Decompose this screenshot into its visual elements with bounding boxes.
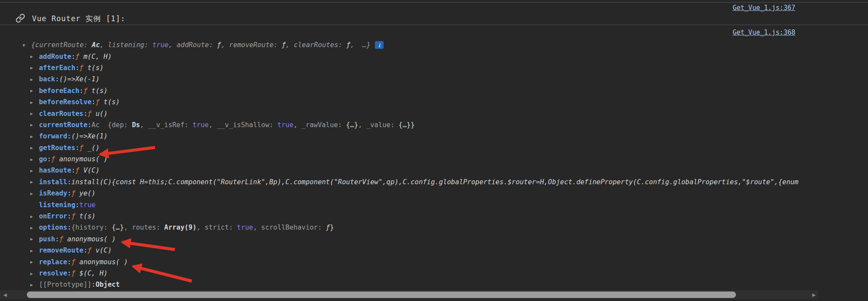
tree-row-root[interactable]: ▼{currentRoute: Ac, listening: true, add… — [0, 39, 868, 51]
property-name: removeRoute — [39, 247, 84, 254]
collapsed-caret-icon[interactable]: ▶ — [30, 54, 39, 59]
tree-row-removeRoute[interactable]: ▶removeRoute: ƒ v(C) — [0, 245, 868, 256]
collapsed-caret-icon[interactable]: ▶ — [30, 271, 39, 276]
collapsed-caret-icon[interactable]: ▶ — [30, 65, 39, 70]
object-tree: ▼{currentRoute: Ac, listening: true, add… — [0, 39, 868, 291]
colon: : — [75, 144, 79, 152]
collapsed-caret-icon[interactable]: ▶ — [30, 214, 39, 219]
tree-row-replace[interactable]: ▶replace: ƒ anonymous( ) — [0, 256, 868, 267]
property-name: replace — [39, 258, 67, 266]
collapsed-caret-icon[interactable]: ▶ — [30, 237, 39, 241]
value-token: , _value: — [358, 121, 398, 129]
value-token: {currentRoute: — [31, 41, 92, 49]
property-name: clearRoutes — [39, 110, 84, 118]
collapsed-caret-icon[interactable]: ▶ — [30, 111, 39, 116]
value-token: Ac — [92, 41, 100, 49]
value-token: ƒ — [75, 53, 84, 61]
tree-row-Prototype[interactable]: ▶[[Prototype]]: Object — [0, 279, 868, 290]
value-token: ƒ — [326, 224, 330, 231]
collapsed-caret-icon[interactable]: ▶ — [30, 259, 39, 264]
value-token: ƒ — [217, 41, 221, 49]
value-token: , __v_isRef: — [140, 121, 192, 129]
colon: : — [75, 64, 79, 72]
scroll-right-icon[interactable]: ▶ — [812, 290, 816, 299]
value-token: Ds — [132, 121, 140, 129]
collapsed-caret-icon[interactable]: ▶ — [30, 191, 39, 196]
collapsed-caret-icon[interactable]: ▶ — [30, 168, 39, 173]
value-token: ƒ — [87, 247, 96, 254]
info-icon[interactable]: i — [375, 41, 384, 49]
collapsed-caret-icon[interactable]: ▶ — [30, 88, 39, 93]
property-name: hasRoute — [39, 167, 71, 174]
value-token: t(s) — [79, 212, 95, 220]
value-token: t(s) — [103, 98, 119, 106]
tree-row-beforeEach[interactable]: ▶beforeEach: ƒ t(s) — [0, 85, 868, 96]
expanded-caret-icon[interactable]: ▼ — [23, 43, 31, 48]
collapsed-caret-icon[interactable]: ▶ — [30, 248, 39, 253]
colon: : — [91, 281, 95, 288]
source-link-367[interactable]: Get_Vue_1.js:367 — [733, 4, 796, 12]
row-divider — [0, 2, 868, 3]
tree-row-afterEach[interactable]: ▶afterEach: ƒ t(s) — [0, 62, 868, 74]
colon: : — [71, 167, 75, 174]
value-token: , listening: — [100, 41, 152, 49]
value-token: install(C){const H=this;C.component("Rou… — [71, 178, 799, 186]
tree-row-onError[interactable]: ▶onError: ƒ t(s) — [0, 211, 868, 222]
scroll-left-icon[interactable]: ◀ — [3, 290, 7, 299]
tree-row-resolve[interactable]: ▶resolve: ƒ $(C, H) — [0, 268, 868, 279]
row-divider — [0, 25, 868, 25]
tree-row-install[interactable]: ▶install: install(C){const H=this;C.comp… — [0, 176, 868, 188]
value-token: , __v_isShallow: — [209, 121, 278, 129]
value-token: ƒ — [59, 235, 68, 243]
value-token: ()=>Xe(-1) — [59, 75, 100, 83]
value-token: ()=>Xe(1) — [71, 132, 108, 140]
value-token: , strict: — [197, 224, 237, 231]
value-token: Ac — [91, 121, 107, 129]
property-name: install — [39, 178, 67, 186]
tree-row-go[interactable]: ▶go: ƒ anonymous( ) — [0, 154, 868, 165]
tree-row-options[interactable]: ▶options: {history: {…}, routes: Array(9… — [0, 222, 868, 233]
value-token: true — [237, 224, 253, 231]
value-token: {dep: — [108, 121, 132, 129]
property-name: [[Prototype]] — [39, 281, 91, 288]
collapsed-caret-icon[interactable]: ▶ — [30, 77, 39, 82]
source-link-368[interactable]: Get_Vue_1.js:368 — [733, 29, 796, 36]
scrollbar-thumb[interactable] — [27, 291, 736, 298]
tree-row-forward[interactable]: ▶forward: ()=>Xe(1) — [0, 131, 868, 142]
collapsed-caret-icon[interactable]: ▶ — [30, 145, 39, 150]
collapsed-caret-icon[interactable]: ▶ — [30, 179, 39, 184]
tree-row-hasRoute[interactable]: ▶hasRoute: ƒ V(C) — [0, 165, 868, 176]
colon: : — [55, 75, 59, 83]
property-name: resolve — [39, 269, 67, 277]
colon: : — [84, 247, 87, 254]
value-token: ƒ — [71, 212, 80, 220]
tree-row-back[interactable]: ▶back: ()=>Xe(-1) — [0, 74, 868, 85]
property-name: isReady — [39, 189, 67, 197]
value-token: Array(9) — [164, 224, 197, 231]
value-token: anonymous( ) — [59, 155, 108, 163]
tree-row-currentRoute[interactable]: ▶currentRoute: Ac {dep: Ds, __v_isRef: t… — [0, 119, 868, 131]
tree-row-beforeResolve[interactable]: ▶beforeResolve: ƒ t(s) — [0, 96, 868, 108]
value-token: v(C) — [96, 247, 112, 254]
value-token: ƒ — [79, 64, 87, 72]
collapsed-caret-icon[interactable]: ▶ — [30, 100, 39, 105]
value-token: true — [152, 41, 168, 49]
collapsed-caret-icon[interactable]: ▶ — [30, 134, 39, 139]
tree-row-getRoutes[interactable]: ▶getRoutes: ƒ _() — [0, 142, 868, 154]
collapsed-caret-icon[interactable]: ▶ — [30, 225, 39, 230]
collapsed-caret-icon[interactable]: ▶ — [30, 157, 39, 162]
tree-row-push[interactable]: ▶push: ƒ anonymous( ) — [0, 234, 868, 245]
devtools-console: Vue Router 实例 [1]: Get_Vue_1.js:367 Get_… — [0, 0, 868, 301]
value-token: Object — [96, 281, 120, 288]
tree-row-isReady[interactable]: ▶isReady: ƒ ye() — [0, 188, 868, 199]
value-token: _() — [87, 144, 100, 152]
horizontal-scrollbar[interactable]: ◀ ▶ — [0, 290, 818, 299]
collapsed-caret-icon[interactable]: ▶ — [30, 122, 39, 127]
colon: : — [71, 53, 75, 61]
tree-row-clearRoutes[interactable]: ▶clearRoutes: ƒ u() — [0, 108, 868, 119]
value-token: ƒ — [96, 98, 104, 106]
collapsed-caret-icon[interactable]: ▶ — [30, 282, 39, 287]
tree-row-addRoute[interactable]: ▶addRoute: ƒ m(C, H) — [0, 51, 868, 62]
property-name: forward — [39, 132, 67, 140]
colon: : — [67, 212, 71, 220]
